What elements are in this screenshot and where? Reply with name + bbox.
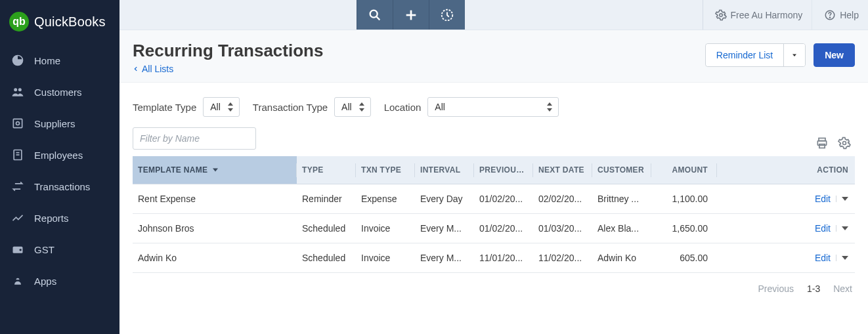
row-action-dropdown[interactable] (836, 196, 848, 202)
col-interval[interactable]: INTERVAL (415, 156, 474, 184)
col-next-date[interactable]: NEXT DATE (533, 156, 592, 184)
cell-action: Edit (717, 214, 855, 243)
sidebar-item-reports[interactable]: Reports (0, 202, 119, 234)
svg-marker-20 (359, 102, 364, 106)
employees-icon (11, 148, 25, 162)
col-label: CUSTOMER (597, 165, 644, 175)
cell-template-name: Adwin Ko (133, 243, 297, 273)
logo-letters: qb (12, 16, 26, 28)
svg-point-3 (16, 122, 20, 125)
sidebar-item-customers[interactable]: Customers (0, 76, 119, 108)
cell-type: Scheduled (297, 214, 356, 243)
svg-marker-23 (547, 108, 552, 112)
edit-label: Edit (815, 253, 831, 263)
cell-interval: Every M... (415, 214, 474, 243)
recent-button[interactable] (429, 0, 465, 30)
sidebar-item-label: Reports (34, 213, 69, 224)
sidebar-item-label: Home (34, 55, 60, 66)
col-amount[interactable]: AMOUNT (651, 156, 717, 184)
cell-type: Scheduled (297, 243, 356, 273)
col-previous-date[interactable]: PREVIOUS D (474, 156, 533, 184)
svg-point-1 (18, 88, 22, 91)
cell-type: Reminder (297, 184, 356, 214)
sort-icon (358, 102, 365, 112)
sidebar-item-label: Suppliers (34, 118, 76, 129)
harmony-link[interactable]: Free Au Harmony (703, 0, 812, 30)
table-row[interactable]: Rent ExpenseReminderExpenseEvery Day01/0… (133, 184, 855, 214)
svg-point-16 (830, 17, 831, 18)
col-label: AMOUNT (672, 165, 708, 175)
col-type[interactable]: TYPE (297, 156, 356, 184)
reminder-list-dropdown[interactable] (783, 44, 805, 66)
transaction-type-select[interactable]: All (334, 97, 371, 117)
svg-point-14 (719, 13, 722, 16)
template-type-label: Template Type (133, 102, 196, 113)
sidebar-item-home[interactable]: Home (0, 45, 119, 76)
sidebar-item-label: GST (34, 244, 54, 255)
sidebar: qb QuickBooks Home Customers Suppliers E… (0, 0, 119, 334)
header-actions: Reminder List New (705, 41, 855, 67)
table-row[interactable]: Adwin KoScheduledInvoiceEvery M...11/01/… (133, 243, 855, 273)
cell-next-date: 01/03/20... (533, 214, 592, 243)
pagination-next[interactable]: Next (833, 283, 852, 294)
row-edit-button[interactable]: Edit (815, 194, 848, 204)
sidebar-item-apps[interactable]: Apps (0, 265, 119, 297)
apps-icon (11, 274, 25, 288)
cell-template-name: Rent Expense (133, 184, 297, 214)
template-type-value: All (210, 102, 221, 112)
reports-icon (11, 211, 25, 225)
chevron-left-icon (133, 66, 139, 72)
back-to-all-lists[interactable]: All Lists (133, 64, 173, 74)
table-row[interactable]: Johnson BrosScheduledInvoiceEvery M...01… (133, 214, 855, 243)
sidebar-item-gst[interactable]: GST (0, 234, 119, 265)
new-button[interactable]: New (814, 43, 855, 67)
cell-amount: 605.00 (651, 243, 717, 273)
col-label: ACTION (817, 165, 848, 175)
cell-txn-type: Invoice (356, 214, 415, 243)
sidebar-item-suppliers[interactable]: Suppliers (0, 108, 119, 139)
search-button[interactable] (357, 0, 393, 30)
col-action: ACTION (717, 156, 855, 184)
sidebar-item-transactions[interactable]: Transactions (0, 171, 119, 202)
cell-previous-date: 11/01/20... (474, 243, 533, 273)
col-txn-type[interactable]: TXN TYPE (356, 156, 415, 184)
settings-button[interactable] (838, 136, 851, 150)
cell-action: Edit (717, 243, 855, 273)
page-header: Recurring Transactions All Lists Reminde… (119, 30, 868, 83)
col-label: TXN TYPE (361, 165, 401, 175)
cell-txn-type: Invoice (356, 243, 415, 273)
row-edit-button[interactable]: Edit (815, 253, 848, 263)
svg-marker-17 (792, 54, 796, 57)
suppliers-icon (11, 116, 25, 131)
cell-txn-type: Expense (356, 184, 415, 214)
svg-point-0 (14, 88, 17, 91)
col-customer[interactable]: CUSTOMER (592, 156, 651, 184)
pagination-previous[interactable]: Previous (758, 283, 794, 294)
sidebar-item-label: Transactions (34, 181, 90, 192)
cell-customer: Brittney ... (592, 184, 651, 214)
row-edit-button[interactable]: Edit (815, 223, 848, 234)
sort-icon (546, 102, 553, 112)
back-link-label: All Lists (142, 64, 173, 74)
col-label: NEXT DATE (538, 165, 584, 175)
template-type-select[interactable]: All (203, 97, 240, 117)
row-action-dropdown[interactable] (836, 255, 848, 261)
transaction-type-label: Transaction Type (253, 102, 328, 113)
cell-customer: Adwin Ko (592, 243, 651, 273)
cell-template-name: Johnson Bros (133, 214, 297, 243)
cell-amount: 1,100.00 (651, 184, 717, 214)
cell-next-date: 02/02/20... (533, 184, 592, 214)
col-template-name[interactable]: TEMPLATE NAME (133, 156, 297, 184)
help-link[interactable]: Help (812, 0, 868, 30)
svg-marker-30 (842, 226, 848, 230)
reminder-list-button[interactable]: Reminder List (706, 44, 783, 66)
cell-interval: Every Day (415, 184, 474, 214)
print-button[interactable] (815, 136, 829, 150)
create-button[interactable] (393, 0, 429, 30)
sidebar-item-label: Apps (34, 276, 56, 287)
location-select[interactable]: All (427, 97, 559, 117)
edit-label: Edit (815, 194, 831, 204)
sidebar-item-employees[interactable]: Employees (0, 139, 119, 171)
filter-by-name-input[interactable] (133, 127, 256, 150)
row-action-dropdown[interactable] (836, 225, 848, 232)
